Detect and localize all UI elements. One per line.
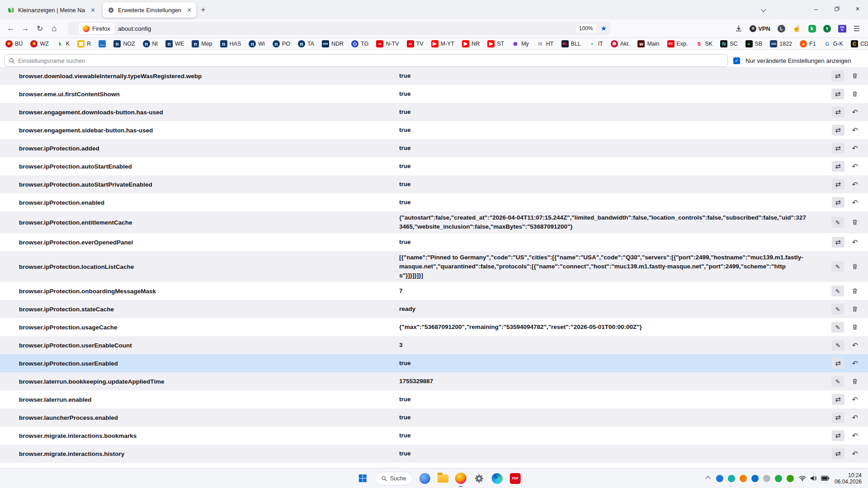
edit-button[interactable]: ✎ [831, 261, 844, 272]
wifi-icon[interactable] [799, 475, 806, 481]
edit-button[interactable]: ✎ [831, 322, 844, 333]
tab-close-icon[interactable]: ✕ [90, 7, 95, 14]
undo-button[interactable]: ↶ [852, 432, 858, 440]
toggle-button[interactable]: ⇄ [832, 143, 844, 154]
toggle-button[interactable]: ⇄ [832, 125, 844, 136]
bookmark-item[interactable]: nNI [143, 40, 158, 47]
pref-row[interactable]: browser.laterrun.enabledtrue⇄↶ [0, 390, 868, 408]
bookmark-item[interactable]: ⊕Akt. [611, 40, 630, 47]
bookmark-item[interactable]: GG-K [824, 40, 843, 47]
edit-button[interactable]: ✎ [831, 286, 844, 296]
edit-button[interactable]: ✎ [832, 340, 844, 351]
taskbar-file-explorer[interactable] [437, 472, 449, 484]
zoom-level-chip[interactable]: 100% [576, 24, 596, 33]
bookmark-item[interactable]: nHAS [220, 40, 241, 47]
percent-extension-icon[interactable]: 100 % [838, 25, 846, 33]
bookmark-item[interactable]: »F1 [800, 40, 816, 47]
taskbar-search[interactable]: Suche [375, 472, 413, 485]
delete-button[interactable] [852, 73, 858, 79]
bookmark-item[interactable]: MHT [537, 40, 554, 47]
volume-icon[interactable] [810, 475, 817, 481]
pref-row[interactable]: browser.engagement.sidebar-button.has-us… [0, 121, 868, 139]
vpn-extension-icon[interactable]: ✕ VPN [750, 25, 770, 32]
toggle-button[interactable]: ⇄ [832, 358, 844, 369]
toggle-button[interactable]: ⇄ [831, 89, 844, 99]
undo-button[interactable]: ↶ [852, 341, 858, 350]
pref-row[interactable]: browser.ipProtection.everOpenedPaneltrue… [0, 233, 868, 251]
taskbar-pdf-app[interactable]: PDF [509, 472, 521, 484]
close-window-button[interactable]: × [847, 5, 868, 14]
hand-extension-icon[interactable]: ☝ [793, 24, 801, 33]
tray-orange-app-icon[interactable] [740, 475, 747, 482]
bookmark-item[interactable]: ▶ST [487, 40, 504, 47]
tab-close-icon[interactable]: ✕ [187, 7, 192, 14]
bookmark-item[interactable]: NSC [720, 40, 737, 47]
home-button[interactable]: ⌂ [47, 23, 61, 33]
taskbar-edge[interactable] [491, 472, 503, 484]
bookmark-item[interactable]: … [99, 40, 106, 47]
tab-list-button[interactable] [753, 5, 774, 13]
undo-button[interactable]: ↶ [852, 162, 858, 171]
delete-button[interactable] [852, 219, 858, 225]
pref-row[interactable]: browser.laterrun.bookkeeping.updateAppli… [0, 372, 868, 390]
bookmark-item[interactable]: nWE [165, 40, 184, 47]
pref-row[interactable]: browser.migrate.interactions.historytrue… [0, 445, 868, 463]
toggle-button[interactable]: ⇄ [832, 412, 844, 423]
undo-button[interactable]: ↶ [852, 395, 858, 404]
bookmark-item[interactable]: +SB [745, 40, 763, 47]
taskbar-app-blue[interactable] [419, 472, 431, 484]
bookmark-item[interactable]: 18221822 [770, 40, 792, 47]
bookmark-item[interactable]: wMain [637, 40, 659, 47]
bookmark-item[interactable]: ◉My [512, 40, 529, 47]
pref-row[interactable]: browser.ipProtection.autoStartEnabledtru… [0, 157, 868, 175]
bookmark-item[interactable]: CCD [851, 40, 868, 47]
bookmark-item[interactable]: ▶NR [462, 40, 480, 47]
bookmark-item[interactable]: BLBLL [561, 40, 581, 47]
bookmark-item[interactable]: ◇TG [351, 40, 368, 47]
toggle-button[interactable]: ⇄ [832, 394, 844, 405]
toggle-button[interactable]: ⇄ [832, 448, 844, 459]
delete-button[interactable] [852, 378, 858, 385]
keyhole-extension-icon[interactable] [823, 25, 831, 33]
bookmark-item[interactable]: nPO [273, 40, 290, 47]
undo-button[interactable]: ↶ [852, 126, 858, 135]
undo-button[interactable]: ↶ [852, 198, 858, 207]
edit-button[interactable]: ✎ [831, 217, 844, 228]
toggle-button[interactable]: ⇄ [832, 197, 844, 208]
pref-row[interactable]: browser.ipProtection.entitlementCache{"a… [0, 211, 868, 233]
reload-button[interactable]: ↻ [33, 24, 47, 33]
bookmark-item[interactable]: nWi [249, 40, 265, 47]
tab-erweiterte-einstellungen[interactable]: Erweiterte Einstellungen ✕ [103, 2, 196, 18]
taskbar-firefox[interactable] [455, 472, 467, 484]
bookmark-star-icon[interactable]: ★ [601, 24, 607, 33]
pref-row[interactable]: browser.ipProtection.usageCache{"max":"5… [0, 318, 868, 336]
bookmark-item[interactable]: nNOZ [113, 40, 135, 47]
toggle-button[interactable]: ⇄ [832, 107, 844, 117]
bookmark-item[interactable]: |||IT [589, 40, 603, 47]
tab-kleinanzeigen[interactable]: Kleinanzeigen | Meine Nachrich ✕ [3, 2, 100, 18]
tray-teal-app-icon[interactable] [728, 475, 735, 482]
bookmark-item[interactable]: nMep [192, 40, 212, 47]
search-input[interactable] [18, 57, 723, 64]
pref-row[interactable]: browser.ipProtection.autoStartPrivateEna… [0, 175, 868, 193]
bookmark-item[interactable]: kK [57, 40, 70, 47]
toggle-button[interactable]: ⇄ [832, 161, 844, 172]
bookmark-item[interactable]: NDRNDR [322, 40, 344, 47]
tray-leaf-icon[interactable] [787, 475, 794, 482]
bookmark-item[interactable]: ★BÜ [5, 40, 23, 47]
bookmark-item[interactable]: ★WZ [30, 40, 48, 47]
tray-expand-icon[interactable] [705, 476, 710, 481]
pref-row[interactable]: browser.ipProtection.userEnableCount3✎↶ [0, 336, 868, 354]
tray-blue-app-icon[interactable] [716, 475, 723, 482]
pref-row[interactable]: browser.ipProtection.stateCacheready✎ [0, 300, 868, 318]
k-extension-icon[interactable]: k [808, 25, 816, 33]
modified-only-checkbox[interactable]: ✓ [733, 57, 740, 64]
search-box[interactable] [5, 54, 728, 67]
toggle-button[interactable]: ⇄ [832, 237, 844, 248]
pref-row[interactable]: browser.engagement.downloads-button.has-… [0, 103, 868, 121]
undo-button[interactable]: ↶ [852, 359, 858, 368]
undo-button[interactable]: ↶ [852, 108, 858, 117]
pref-row[interactable]: browser.ipProtection.enabledtrue⇄↶ [0, 193, 868, 211]
tray-cloud-icon[interactable] [751, 475, 759, 482]
taskbar-clock[interactable]: 10:24 06.04.2026 [835, 472, 862, 485]
